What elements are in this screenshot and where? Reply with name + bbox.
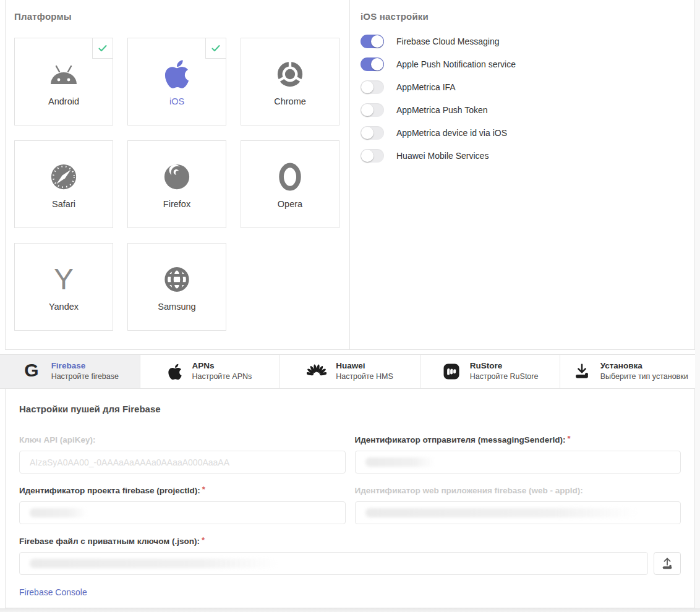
- web-app-id-label: Идентификатор web приложения firebase (w…: [355, 486, 583, 495]
- yandex-icon: Y: [54, 263, 74, 296]
- upload-icon: [660, 557, 674, 571]
- tab-apns[interactable]: APNs Настройте APNs: [140, 355, 281, 388]
- platform-card-grid: Android iOS: [14, 38, 349, 331]
- platform-card-safari[interactable]: Safari: [14, 140, 113, 228]
- project-id-label: Идентификатор проекта firebase (projectI…: [19, 486, 205, 495]
- chrome-icon: [276, 57, 304, 91]
- toggle-row-appmetrica-push-token: AppMetrica Push Token: [361, 98, 694, 121]
- required-asterisk: *: [202, 485, 205, 494]
- rustore-icon: [442, 362, 461, 381]
- platform-card-opera[interactable]: Opera: [241, 140, 339, 228]
- tab-subtitle: Настройте RuStore: [470, 372, 539, 382]
- platform-label: Firefox: [163, 199, 190, 209]
- platform-card-android[interactable]: Android: [14, 38, 113, 125]
- selected-check-corner: [205, 38, 226, 59]
- platform-card-chrome[interactable]: Chrome: [241, 38, 339, 125]
- tab-firebase[interactable]: G Firebase Настройте firebase: [0, 355, 140, 388]
- firebase-settings-panel: Настройки пушей для Firebase Ключ API (a…: [5, 389, 695, 608]
- tab-title: RuStore: [470, 361, 539, 372]
- tab-subtitle: Выберите тип установки: [600, 372, 688, 382]
- required-asterisk: *: [568, 434, 571, 443]
- project-id-field: Идентификатор проекта firebase (projectI…: [19, 485, 346, 524]
- tab-install[interactable]: Установка Выберите тип установки: [560, 355, 700, 388]
- toggle-row-fcm: Firebase Cloud Messaging: [361, 30, 694, 53]
- platform-label: Yandex: [49, 302, 79, 312]
- download-icon: [573, 362, 591, 381]
- toggle-label: Huawei Mobile Services: [396, 151, 489, 161]
- ios-settings-title: iOS настройки: [361, 11, 694, 22]
- tab-title: APNs: [192, 361, 252, 372]
- web-app-id-field: Идентификатор web приложения firebase (w…: [355, 485, 681, 524]
- tab-subtitle: Настройте firebase: [51, 372, 119, 382]
- google-icon: G: [21, 361, 42, 382]
- android-icon: [47, 57, 80, 91]
- platform-card-samsung[interactable]: Samsung: [127, 243, 226, 331]
- redacted-value: [30, 508, 87, 517]
- appmetrica-device-id-toggle[interactable]: [361, 126, 384, 140]
- redacted-value: [30, 559, 277, 568]
- toggle-knob: [361, 81, 373, 93]
- toggle-label: AppMetrica IFA: [396, 82, 456, 92]
- firebase-console-link[interactable]: Firebase Console: [19, 587, 87, 597]
- page-bottom-edge: [0, 608, 700, 612]
- private-key-file-field: Firebase файл с приватным ключом (.json)…: [19, 535, 681, 575]
- svg-text:G: G: [24, 361, 38, 380]
- toggle-knob: [361, 150, 373, 162]
- sender-id-field: Идентификатор отправителя (messagingSend…: [355, 434, 681, 474]
- platform-label: Chrome: [274, 96, 306, 106]
- platform-card-firefox[interactable]: Firefox: [127, 140, 226, 228]
- samsung-globe-icon: [163, 263, 191, 296]
- toggle-row-appmetrica-device-id: AppMetrica device id via iOS: [361, 121, 694, 144]
- toggle-row-hms: Huawei Mobile Services: [361, 144, 694, 167]
- sender-id-label: Идентификатор отправителя (messagingSend…: [355, 435, 571, 444]
- apns-toggle[interactable]: [361, 57, 384, 71]
- provider-tabbar: G Firebase Настройте firebase APNs Настр…: [0, 354, 700, 389]
- tab-huawei[interactable]: Huawei Настройте HMS: [280, 355, 420, 388]
- huawei-icon: [307, 363, 327, 380]
- tab-title: Firebase: [51, 361, 119, 372]
- platform-label: Safari: [52, 199, 75, 209]
- selected-check-corner: [92, 38, 113, 59]
- apple-icon: [168, 363, 182, 381]
- platform-label: Android: [48, 96, 79, 106]
- toggle-row-apns: Apple Push Notification service: [361, 53, 694, 75]
- toggle-knob: [371, 58, 383, 70]
- firebase-form-title: Настройки пушей для Firebase: [14, 404, 686, 414]
- toggle-knob: [361, 127, 373, 139]
- appmetrica-ifa-toggle[interactable]: [361, 80, 384, 94]
- toggle-label: Apple Push Notification service: [396, 59, 516, 69]
- fcm-toggle[interactable]: [361, 35, 384, 48]
- opera-icon: [276, 160, 304, 193]
- api-key-field: Ключ API (apiKey):: [19, 434, 346, 474]
- platforms-title: Платформы: [14, 11, 349, 22]
- platform-card-ios[interactable]: iOS: [127, 38, 226, 125]
- ios-toggle-list: Firebase Cloud Messaging Apple Push Noti…: [361, 30, 694, 167]
- platform-label: Opera: [278, 199, 302, 209]
- required-asterisk: *: [202, 535, 205, 545]
- platform-label: Samsung: [158, 302, 195, 312]
- private-key-file-label: Firebase файл с приватным ключом (.json)…: [19, 537, 205, 546]
- tab-subtitle: Настройте APNs: [192, 372, 252, 382]
- tab-subtitle: Настройте HMS: [336, 372, 393, 382]
- hms-toggle[interactable]: [361, 149, 384, 163]
- tab-rustore[interactable]: RuStore Настройте RuStore: [420, 355, 561, 388]
- redacted-value: [365, 457, 435, 467]
- toggle-row-appmetrica-ifa: AppMetrica IFA: [361, 75, 694, 98]
- toggle-label: AppMetrica Push Token: [396, 105, 488, 115]
- redacted-value: [365, 508, 638, 517]
- platforms-and-ios-panel: Платформы Android: [5, 0, 695, 350]
- check-icon: [211, 43, 221, 53]
- toggle-knob: [371, 35, 383, 48]
- upload-file-button[interactable]: [654, 552, 681, 575]
- tab-title: Установка: [600, 361, 688, 372]
- firebase-form-grid: Ключ API (apiKey): Идентификатор отправи…: [14, 434, 686, 575]
- toggle-label: AppMetrica device id via iOS: [396, 128, 507, 138]
- appmetrica-push-token-toggle[interactable]: [361, 103, 384, 117]
- ios-settings-section: iOS настройки Firebase Cloud Messaging A…: [350, 0, 694, 349]
- platforms-section: Платформы Android: [6, 0, 350, 349]
- platform-card-yandex[interactable]: Y Yandex: [14, 243, 113, 331]
- toggle-knob: [361, 104, 373, 116]
- page: Платформы Android: [0, 0, 700, 612]
- api-key-input[interactable]: [19, 451, 346, 474]
- check-icon: [98, 43, 108, 53]
